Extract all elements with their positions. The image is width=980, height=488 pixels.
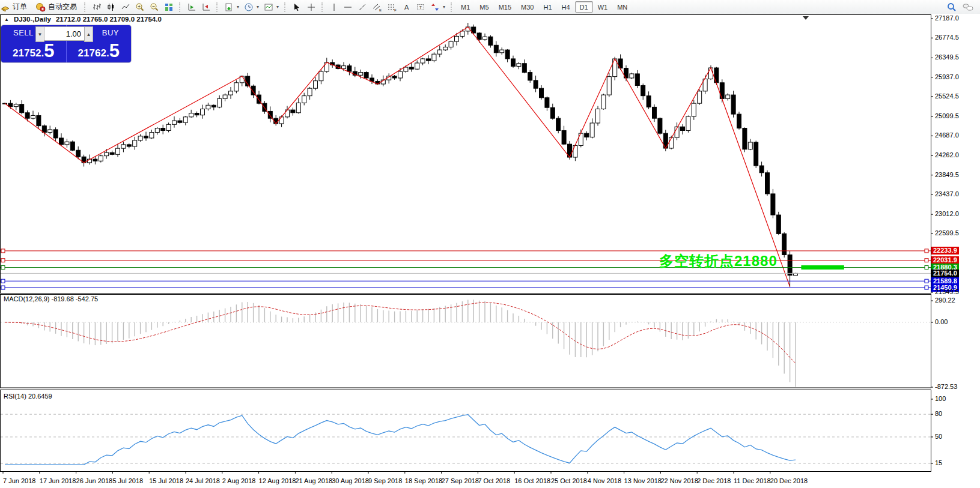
timeframe-h4-button[interactable]: H4 (557, 1, 575, 13)
trendline-button[interactable] (355, 1, 370, 13)
ohlc-values: 21712.0 21765.0 21709.0 21754.0 (56, 16, 162, 23)
toolbar-grip (451, 2, 454, 12)
timeframe-m1-button[interactable]: M1 (456, 1, 475, 13)
order-book-icon (1, 2, 10, 12)
horizontal-line-button[interactable] (341, 1, 355, 13)
zoom-in-button[interactable] (133, 1, 147, 13)
line-handle (1, 266, 5, 270)
indicator-properties-icon (201, 2, 211, 12)
toolbar-grip (321, 2, 324, 12)
svg-text:A: A (404, 4, 409, 11)
price-axis-tick: 25524.5 (935, 92, 959, 100)
rsi-axis-tick: 15 (935, 459, 942, 466)
volume-decrease-button[interactable]: ▼ (35, 26, 44, 42)
search-button[interactable] (944, 1, 960, 13)
auto-trading-button[interactable]: 自动交易 (31, 1, 81, 13)
timeframe-d1-button[interactable]: D1 (575, 1, 593, 13)
bar-chart-button[interactable] (90, 1, 104, 13)
buy-price: 21762.5 (67, 41, 132, 60)
timeframe-m30-button[interactable]: M30 (516, 1, 538, 13)
price-axis-tick: 24262.0 (935, 151, 959, 158)
trendline-icon (358, 2, 367, 12)
timeframe-m15-button[interactable]: M15 (494, 1, 516, 13)
sell-label: SELL (13, 28, 34, 37)
date-axis-label: 22 Nov 2018 (660, 477, 698, 484)
svg-text:E: E (379, 8, 382, 12)
crosshair-button[interactable] (304, 1, 318, 13)
zoom-out-button[interactable] (147, 1, 162, 13)
cursor-icon (292, 2, 302, 12)
vertical-line-icon (330, 2, 338, 12)
volume-increase-button[interactable]: ▲ (84, 26, 93, 42)
line-handle (925, 259, 928, 262)
chart-workspace: ▲ DJ30-,Daily 21712.0 21765.0 21709.0 21… (0, 14, 980, 488)
price-chart-canvas[interactable] (0, 14, 980, 488)
zoom-out-icon (150, 2, 159, 12)
price-axis-tick: 25937.0 (935, 73, 959, 80)
text-label-button[interactable]: T (413, 1, 428, 13)
equidistant-channel-icon: E (372, 2, 382, 12)
collapse-arrow-icon[interactable]: ▲ (4, 17, 9, 22)
text-label-icon: T (416, 2, 425, 12)
price-tag: 21754.0 (931, 270, 959, 277)
chart-title: ▲ DJ30-,Daily 21712.0 21765.0 21709.0 21… (4, 16, 162, 23)
date-axis-label: 7 Oct 2018 (478, 477, 510, 484)
period-button[interactable]: ▾ (242, 1, 261, 13)
line-handle (925, 249, 928, 253)
arrows-button[interactable]: ▾ (428, 1, 448, 13)
order-label: 订单 (13, 2, 27, 12)
indicator-window-button[interactable] (184, 1, 199, 13)
cursor-button[interactable] (290, 1, 304, 13)
channel-button[interactable]: E (370, 1, 385, 13)
svg-text:F: F (394, 8, 397, 12)
sell-price: 21752.5 (1, 41, 66, 60)
indicator-properties-button[interactable] (199, 1, 213, 13)
one-click-trading-panel: SELL 21752.5 BUY 21762.5 ▼ 1.00 ▲ (1, 25, 131, 62)
timeframe-m5-button[interactable]: M5 (475, 1, 493, 13)
price-axis-tick: 25099.5 (935, 112, 959, 119)
vertical-line-button[interactable] (327, 1, 341, 13)
tile-windows-button[interactable] (162, 1, 176, 13)
time-axis[interactable]: 7 Jun 201817 Jun 201826 Jun 20185 Jul 20… (0, 475, 931, 488)
toolbar-grip (216, 2, 219, 12)
timeframe-group: M1M5M15M30H1H4D1W1MN (456, 1, 632, 13)
rsi-axis-tick: 50 (935, 433, 942, 440)
candlestick-icon (106, 2, 116, 12)
fibonacci-button[interactable]: F (385, 1, 400, 13)
timeframe-w1-button[interactable]: W1 (593, 1, 613, 13)
line-handle (1, 249, 5, 253)
date-axis-label: 13 Nov 2018 (624, 477, 662, 484)
date-axis-label: 2 Dec 2018 (697, 477, 731, 484)
date-axis-label: 21 Aug 2018 (295, 477, 332, 484)
new-template-button[interactable]: ▾ (222, 1, 242, 13)
date-axis-label: 17 Jun 2018 (40, 477, 76, 484)
order-button[interactable]: 订单 (0, 1, 31, 13)
line-chart-icon (121, 2, 130, 12)
volume-input[interactable]: 1.00 (44, 26, 84, 41)
template-button[interactable]: ▾ (261, 1, 281, 13)
price-axis-tick: 24687.0 (935, 131, 959, 139)
chevron-down-icon: ▾ (443, 4, 445, 10)
price-axis-tick: 22599.5 (935, 229, 959, 236)
line-chart-button[interactable] (118, 1, 133, 13)
timeframe-h1-button[interactable]: H1 (538, 1, 556, 13)
search-icon (946, 2, 957, 13)
price-axis-tick: 26774.5 (935, 34, 959, 41)
date-axis-label: 16 Oct 2018 (514, 477, 550, 484)
line-handle (1, 259, 5, 262)
horizontal-line-icon (343, 2, 353, 12)
line-handle (1, 279, 5, 283)
zoom-in-icon (135, 2, 145, 12)
date-axis-label: 2 Aug 2018 (222, 477, 256, 484)
candlestick-button[interactable] (104, 1, 118, 13)
tile-windows-icon (164, 2, 174, 12)
macd-indicator-label: MACD(12,26,9) -819.68 -542.75 (4, 295, 98, 303)
date-axis-label: 26 Jun 2018 (76, 477, 113, 484)
text-button[interactable]: A (400, 1, 413, 13)
toolbar: 订单 自动交易 ▾ ▾ ▾ E (0, 0, 980, 14)
chat-button[interactable] (960, 1, 976, 13)
timeframe-mn-button[interactable]: MN (612, 1, 632, 13)
auto-trading-icon (35, 2, 46, 12)
toolbar-grip (284, 2, 287, 12)
auto-trading-label: 自动交易 (48, 2, 77, 12)
